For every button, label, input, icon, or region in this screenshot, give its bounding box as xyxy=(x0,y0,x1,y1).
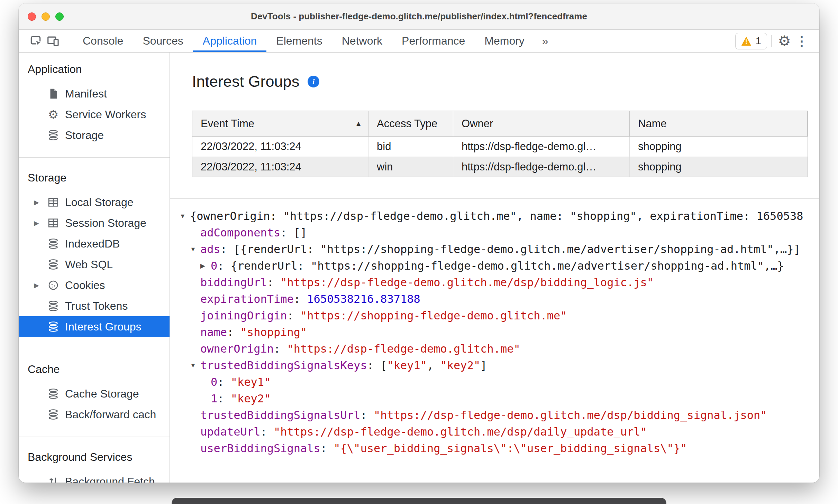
zoom-window-button[interactable] xyxy=(55,12,64,21)
sidebar-item-back-forward-cach[interactable]: Back/forward cach xyxy=(19,404,170,425)
tree-text-str: "key2" xyxy=(440,359,481,372)
tree-line[interactable]: expirationTime: 1650538216.837188 xyxy=(190,291,819,307)
tree-text-plain: : xyxy=(360,409,374,422)
settings-gear-icon[interactable]: ⚙ xyxy=(776,30,793,52)
sidebar-item-background-fetch[interactable]: Background Fetch xyxy=(19,471,170,483)
inspect-element-icon[interactable] xyxy=(27,30,44,52)
tree-line[interactable]: userBiddingSignals: "{\"user_bidding_sig… xyxy=(190,440,819,457)
sidebar-item-label: Interest Groups xyxy=(65,320,142,333)
disclosure-right-icon[interactable]: ▶ xyxy=(200,262,211,270)
sidebar-item-service-workers[interactable]: ⚙Service Workers xyxy=(19,104,170,125)
tree-text-plain: : [ xyxy=(367,359,387,372)
column-label: Event Time xyxy=(201,118,254,130)
column-label: Access Type xyxy=(377,118,437,130)
tree-line[interactable]: ownerOrigin: "https://dsp-fledge-demo.gl… xyxy=(190,340,819,357)
table-cell: win xyxy=(368,157,453,177)
tree-text-key: biddingUrl xyxy=(200,276,267,289)
sidebar-item-label: Session Storage xyxy=(65,217,146,230)
database-icon xyxy=(47,300,60,312)
table-cell: https://dsp-fledge-demo.gl… xyxy=(453,157,630,177)
tree-text-str: "https://dsp-fledge-demo.glitch.me/dsp/b… xyxy=(280,276,654,289)
sidebar-item-local-storage[interactable]: ▶Local Storage xyxy=(19,192,170,213)
tree-line[interactable]: biddingUrl: "https://dsp-fledge-demo.gli… xyxy=(190,274,819,291)
tab-memory[interactable]: Memory xyxy=(475,30,534,52)
sidebar-item-storage[interactable]: Storage xyxy=(19,125,170,146)
tree-text-key: ownerOrigin xyxy=(200,342,274,355)
sidebar-item-label: Cache Storage xyxy=(65,388,139,400)
info-icon[interactable]: i xyxy=(308,76,319,87)
tree-text-key: 0 xyxy=(211,375,217,389)
expand-arrow-icon[interactable]: ▶ xyxy=(34,198,47,206)
tree-line[interactable]: ▼ads: [{renderUrl: "https://shopping-fle… xyxy=(190,241,819,258)
device-toolbar-icon[interactable] xyxy=(44,30,62,52)
sidebar-item-manifest[interactable]: Manifest xyxy=(19,83,170,104)
table-row[interactable]: 22/03/2022, 11:03:24winhttps://dsp-fledg… xyxy=(192,157,808,177)
tab-sources[interactable]: Sources xyxy=(133,30,193,52)
window-title: DevTools - publisher-fledge-demo.glitch.… xyxy=(19,11,819,22)
tree-text-plain: : xyxy=(320,442,334,455)
disclosure-down-icon[interactable]: ▼ xyxy=(190,246,200,253)
disclosure-down-icon[interactable]: ▼ xyxy=(180,213,190,220)
minimize-window-button[interactable] xyxy=(42,12,50,21)
sidebar-item-cache-storage[interactable]: Cache Storage xyxy=(19,383,170,404)
table-row[interactable]: 22/03/2022, 11:03:24bidhttps://dsp-fledg… xyxy=(192,137,808,157)
sidebar-item-label: Background Fetch xyxy=(65,475,155,483)
issues-counter-button[interactable]: 1 xyxy=(735,33,767,49)
sort-ascending-icon: ▲ xyxy=(355,120,362,128)
tree-text-key: ads xyxy=(200,243,220,256)
devtools-window: DevTools - publisher-fledge-demo.glitch.… xyxy=(19,3,819,483)
gear-icon: ⚙ xyxy=(47,108,60,121)
interest-groups-table: Event Time▲Access TypeOwnerName22/03/202… xyxy=(192,111,808,177)
sidebar-item-session-storage[interactable]: ▶Session Storage xyxy=(19,213,170,233)
sidebar-item-cookies[interactable]: ▶Cookies xyxy=(19,275,170,296)
panel-tabs: ConsoleSourcesApplicationElementsNetwork… xyxy=(73,30,534,52)
close-window-button[interactable] xyxy=(28,12,36,21)
macos-dock xyxy=(172,498,666,504)
tab-network[interactable]: Network xyxy=(332,30,392,52)
expand-arrow-icon[interactable]: ▶ xyxy=(34,219,47,227)
table-cell: shopping xyxy=(630,137,808,157)
expand-arrow-icon[interactable]: ▶ xyxy=(34,281,47,289)
tree-line[interactable]: updateUrl: "https://dsp-fledge-demo.glit… xyxy=(190,423,819,440)
sidebar-item-label: Back/forward cach xyxy=(65,408,156,421)
tree-line[interactable]: ▼{ownerOrigin: "https://dsp-fledge-demo.… xyxy=(180,208,819,224)
tab-elements[interactable]: Elements xyxy=(266,30,332,52)
more-options-icon[interactable]: ⋮ xyxy=(793,30,810,52)
table-cell: shopping xyxy=(630,157,808,177)
interest-group-json-tree: ▼{ownerOrigin: "https://dsp-fledge-demo.… xyxy=(180,208,819,457)
page-title: Interest Groups xyxy=(192,73,299,91)
column-label: Name xyxy=(638,118,667,130)
tab-console[interactable]: Console xyxy=(73,30,133,52)
tree-line[interactable]: 0: "key1" xyxy=(200,374,819,390)
tree-text-plain: : {renderUrl: "https://shopping-fledge-d… xyxy=(217,259,784,272)
table-cell: 22/03/2022, 11:03:24 xyxy=(192,157,368,177)
database-icon xyxy=(47,408,60,421)
column-header-owner[interactable]: Owner xyxy=(453,111,630,136)
tree-text-key: trustedBiddingSignalsKeys xyxy=(200,359,367,372)
sidebar-item-interest-groups[interactable]: Interest Groups xyxy=(19,316,170,337)
database-icon xyxy=(47,320,60,333)
tree-line[interactable]: ▶0: {renderUrl: "https://shopping-fledge… xyxy=(200,258,819,274)
tree-line[interactable]: trustedBiddingSignalsUrl: "https://dsp-f… xyxy=(190,407,819,423)
tree-line[interactable]: joiningOrigin: "https://shopping-fledge-… xyxy=(190,307,819,324)
column-label: Owner xyxy=(462,118,493,130)
tree-line[interactable]: ▼trustedBiddingSignalsKeys: ["key1", "ke… xyxy=(190,357,819,374)
column-header-name[interactable]: Name xyxy=(630,111,808,136)
column-header-access-type[interactable]: Access Type xyxy=(368,111,453,136)
column-header-event-time[interactable]: Event Time▲ xyxy=(192,111,368,136)
sidebar-item-trust-tokens[interactable]: Trust Tokens xyxy=(19,296,170,316)
tree-text-key: trustedBiddingSignalsUrl xyxy=(200,409,360,422)
disclosure-down-icon[interactable]: ▼ xyxy=(190,362,200,369)
tree-text-plain: : xyxy=(217,375,231,389)
tree-text-str: "{\"user_bidding_signals\":\"user_biddin… xyxy=(334,442,687,455)
sidebar-item-indexeddb[interactable]: IndexedDB xyxy=(19,233,170,254)
table-cell: https://dsp-fledge-demo.gl… xyxy=(453,137,630,157)
tab-performance[interactable]: Performance xyxy=(392,30,475,52)
tree-line[interactable]: name: "shopping" xyxy=(190,324,819,340)
tree-line[interactable]: 1: "key2" xyxy=(200,390,819,407)
interest-groups-panel: Interest Groups i Event Time▲Access Type… xyxy=(170,53,819,483)
more-tabs-icon[interactable]: » xyxy=(534,30,556,52)
tab-application[interactable]: Application xyxy=(193,30,267,52)
sidebar-item-web-sql[interactable]: Web SQL xyxy=(19,254,170,275)
tree-line[interactable]: adComponents: [] xyxy=(190,224,819,241)
